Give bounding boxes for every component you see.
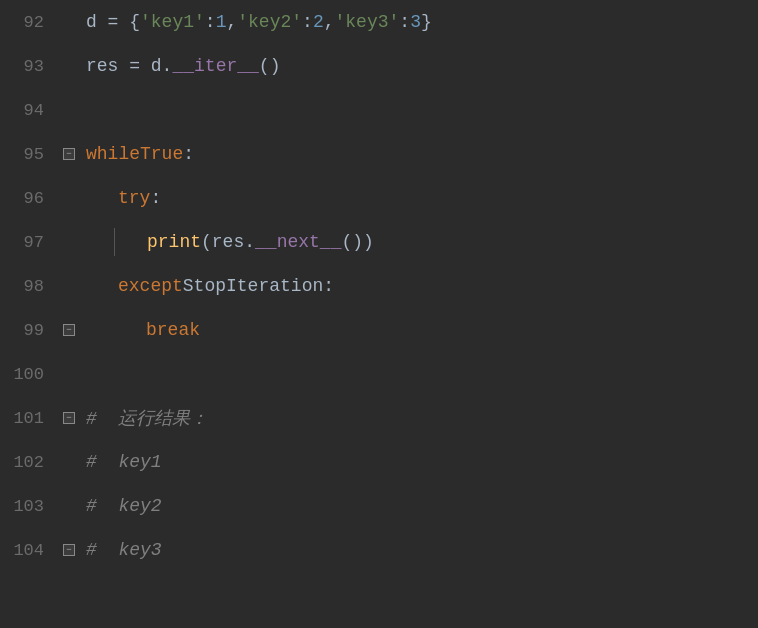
code-content-98: except StopIteration: xyxy=(78,276,758,296)
line-number-99: 99 xyxy=(0,321,60,340)
fold-button-99[interactable]: − xyxy=(63,324,75,336)
code-token: 'key2' xyxy=(237,12,302,32)
line-number-93: 93 xyxy=(0,57,60,76)
code-token: # key1 xyxy=(86,452,162,472)
code-token: # key2 xyxy=(86,496,162,516)
fold-gutter-95[interactable]: − xyxy=(60,148,78,160)
code-token: print xyxy=(147,232,201,252)
code-token: StopIteration xyxy=(183,276,323,296)
code-content-103: # key2 xyxy=(78,496,758,516)
code-token: : xyxy=(399,12,410,32)
code-line-103: 103 # key2 xyxy=(0,484,758,528)
code-token: try xyxy=(118,188,150,208)
line-number-97: 97 xyxy=(0,233,60,252)
code-content-99: break xyxy=(78,320,758,340)
code-content-96: try: xyxy=(78,188,758,208)
code-token: ()) xyxy=(341,232,373,252)
code-token: , xyxy=(226,12,237,32)
line-number-98: 98 xyxy=(0,277,60,296)
code-line-102: 102 # key1 xyxy=(0,440,758,484)
fold-gutter-104[interactable]: − xyxy=(60,544,78,556)
line-number-101: 101 xyxy=(0,409,60,428)
code-token: 'key3' xyxy=(335,12,400,32)
code-token: __iter__ xyxy=(172,56,258,76)
code-line-93: 93 res = d.__iter__() xyxy=(0,44,758,88)
code-token: # 运行结果： xyxy=(86,406,208,430)
code-token: : xyxy=(183,144,194,164)
line-number-95: 95 xyxy=(0,145,60,164)
fold-gutter-101[interactable]: − xyxy=(60,412,78,424)
code-line-101: 101 − # 运行结果： xyxy=(0,396,758,440)
line-number-94: 94 xyxy=(0,101,60,120)
code-token: () xyxy=(259,56,281,76)
code-line-96: 96 try: xyxy=(0,176,758,220)
code-content-92: d = {'key1': 1, 'key2': 2, 'key3': 3} xyxy=(78,12,758,32)
code-token: : xyxy=(205,12,216,32)
code-token: __next__ xyxy=(255,232,341,252)
code-content-97: print(res.__next__()) xyxy=(78,228,758,256)
code-token: (res. xyxy=(201,232,255,252)
code-token: 'key1' xyxy=(140,12,205,32)
fold-button-104[interactable]: − xyxy=(63,544,75,556)
code-line-95: 95 − while True: xyxy=(0,132,758,176)
fold-button-95[interactable]: − xyxy=(63,148,75,160)
code-line-100: 100 xyxy=(0,352,758,396)
line-number-100: 100 xyxy=(0,365,60,384)
code-token: : xyxy=(150,188,161,208)
code-line-98: 98 except StopIteration: xyxy=(0,264,758,308)
fold-gutter-99[interactable]: − xyxy=(60,324,78,336)
code-line-94: 94 xyxy=(0,88,758,132)
code-token: } xyxy=(421,12,432,32)
line-number-104: 104 xyxy=(0,541,60,560)
line-number-103: 103 xyxy=(0,497,60,516)
code-token: except xyxy=(118,276,183,296)
code-token: d = { xyxy=(86,12,140,32)
code-token: 2 xyxy=(313,12,324,32)
code-token: True xyxy=(140,144,183,164)
code-editor: 92 d = {'key1': 1, 'key2': 2, 'key3': 3}… xyxy=(0,0,758,628)
code-token: 3 xyxy=(410,12,421,32)
code-line-92: 92 d = {'key1': 1, 'key2': 2, 'key3': 3} xyxy=(0,0,758,44)
code-token: # key3 xyxy=(86,540,162,560)
while-keyword: while xyxy=(86,144,140,164)
code-token: res = d. xyxy=(86,56,172,76)
code-content-101: # 运行结果： xyxy=(78,406,758,430)
code-line-99: 99 − break xyxy=(0,308,758,352)
code-token: : xyxy=(323,276,334,296)
line-number-96: 96 xyxy=(0,189,60,208)
code-token: , xyxy=(324,12,335,32)
code-token: : xyxy=(302,12,313,32)
code-content-93: res = d.__iter__() xyxy=(78,56,758,76)
line-number-92: 92 xyxy=(0,13,60,32)
code-line-97: 97 print(res.__next__()) xyxy=(0,220,758,264)
code-token: break xyxy=(146,320,200,340)
code-content-102: # key1 xyxy=(78,452,758,472)
code-content-104: # key3 xyxy=(78,540,758,560)
code-content-95: while True: xyxy=(78,144,758,164)
code-token: 1 xyxy=(216,12,227,32)
code-line-104: 104 − # key3 xyxy=(0,528,758,572)
line-number-102: 102 xyxy=(0,453,60,472)
fold-button-101[interactable]: − xyxy=(63,412,75,424)
